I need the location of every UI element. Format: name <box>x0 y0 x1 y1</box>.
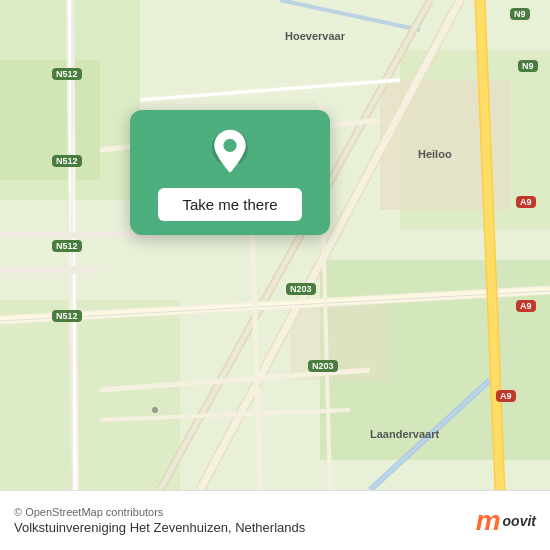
svg-point-32 <box>152 407 158 413</box>
popup-card: Take me there <box>130 110 330 235</box>
moovit-logo: m oovit <box>476 507 536 535</box>
road-badge-a9-1: A9 <box>516 196 536 208</box>
bottom-bar: © OpenStreetMap contributors Volkstuinve… <box>0 490 550 550</box>
svg-point-34 <box>223 139 236 152</box>
road-badge-n203-1: N203 <box>286 283 316 295</box>
road-badge-a9-2: A9 <box>516 300 536 312</box>
road-badge-a9-3: A9 <box>496 390 516 402</box>
road-badge-n512-3: N512 <box>52 240 82 252</box>
road-badge-n203-2: N203 <box>308 360 338 372</box>
town-label-heiloo: Heiloo <box>418 148 452 160</box>
road-badge-n512-4: N512 <box>52 310 82 322</box>
town-label-hoevervaar: Hoevervaar <box>285 30 345 42</box>
svg-rect-5 <box>0 300 180 490</box>
map-svg <box>0 0 550 490</box>
road-badge-n512-2: N512 <box>52 155 82 167</box>
moovit-m-letter: m <box>476 507 501 535</box>
road-badge-n9-1: N9 <box>510 8 530 20</box>
take-me-there-button[interactable]: Take me there <box>158 188 301 221</box>
location-pin-icon <box>206 128 254 176</box>
map-attribution: © OpenStreetMap contributors <box>14 506 305 518</box>
road-badge-n9-2: N9 <box>518 60 538 72</box>
moovit-brand-text: oovit <box>503 513 536 529</box>
svg-rect-7 <box>290 300 390 380</box>
svg-rect-2 <box>0 60 100 180</box>
location-label: Volkstuinvereniging Het Zevenhuizen, Net… <box>14 520 305 535</box>
town-label-laandervaart: Laandervaart <box>370 428 439 440</box>
map-container: N512 N512 N512 N512 N203 N203 N9 N9 A9 A… <box>0 0 550 490</box>
road-badge-n512-1: N512 <box>52 68 82 80</box>
